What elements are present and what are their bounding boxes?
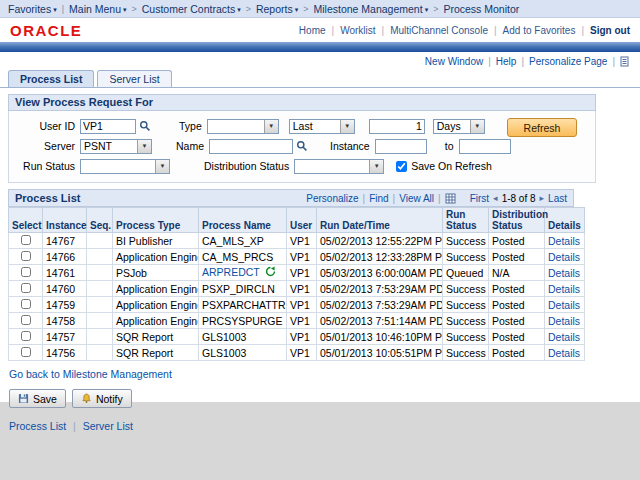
instance-to-input[interactable] [459, 139, 511, 154]
chevron-down-icon: ▾ [53, 6, 57, 13]
breadcrumb-milestone-management[interactable]: Milestone Management▾ [313, 3, 428, 15]
next-page-icon[interactable]: ▸ [540, 193, 545, 203]
find-link[interactable]: Find [369, 193, 388, 204]
filter-row-3: Run Status ▼ Distribution Status ▼ Save … [17, 156, 587, 176]
details-cell: Details [545, 313, 585, 329]
details-link[interactable]: Details [548, 347, 580, 359]
breadcrumb-separator: > [433, 4, 438, 14]
sign-out-link[interactable]: Sign out [590, 25, 630, 36]
instance-cell: 14761 [43, 265, 87, 281]
bottom-server-list-link[interactable]: Server List [83, 420, 133, 432]
tab-server-list[interactable]: Server List [97, 70, 171, 87]
instance-from-input[interactable] [375, 139, 427, 154]
details-link[interactable]: Details [548, 299, 580, 311]
name-lookup-icon[interactable] [296, 140, 308, 152]
select-cell [9, 249, 43, 265]
run-datetime-cell: 05/02/2013 7:51:14AM PDT [317, 313, 443, 329]
instance-cell: 14767 [43, 233, 87, 249]
details-link[interactable]: Details [548, 283, 580, 295]
details-link[interactable]: Details [548, 331, 580, 343]
action-buttons: Save Notify [9, 389, 640, 408]
details-cell: Details [545, 297, 585, 313]
dropdown-arrow-icon: ▼ [369, 160, 383, 173]
process-name-link[interactable]: ARPREDCT [202, 266, 260, 278]
copy-url-icon[interactable] [620, 56, 630, 67]
days-select[interactable]: Days ▼ [433, 119, 485, 134]
personalize-page-link[interactable]: Personalize Page [529, 56, 607, 67]
distribution-status-select[interactable]: ▼ [294, 159, 384, 174]
table-row: 14759Application EnginePSXPARCHATTRVP105… [9, 297, 585, 313]
go-back-link[interactable]: Go back to Milestone Management [9, 368, 172, 380]
run-datetime-cell: 05/02/2013 7:53:29AM PDT [317, 281, 443, 297]
details-link[interactable]: Details [548, 235, 580, 247]
save-disk-icon [18, 393, 29, 404]
notify-button[interactable]: Notify [72, 389, 132, 408]
details-link[interactable]: Details [548, 315, 580, 327]
bottom-process-list-link[interactable]: Process List [9, 420, 66, 432]
header-divider-bar [0, 42, 640, 52]
download-to-excel-icon[interactable] [445, 193, 456, 204]
breadcrumb-reports[interactable]: Reports▾ [256, 3, 298, 15]
user-id-input[interactable] [80, 119, 136, 134]
grid-toolbar: Personalize | Find | View All | First ◂ … [306, 193, 567, 204]
personalize-link[interactable]: Personalize [306, 193, 358, 204]
first-page-link[interactable]: First [470, 193, 489, 204]
go-back-row: Go back to Milestone Management [9, 368, 640, 380]
new-window-link[interactable]: New Window [425, 56, 483, 67]
row-select-checkbox[interactable] [21, 267, 31, 277]
row-select-checkbox[interactable] [21, 331, 31, 341]
days-count-input[interactable] [369, 119, 425, 134]
refresh-button[interactable]: Refresh [507, 118, 577, 137]
add-to-favorites-link[interactable]: Add to Favorites [503, 25, 576, 36]
view-all-link[interactable]: View All [399, 193, 434, 204]
row-select-checkbox[interactable] [21, 283, 31, 293]
row-select-checkbox[interactable] [21, 235, 31, 245]
row-select-checkbox[interactable] [21, 315, 31, 325]
home-link[interactable]: Home [299, 25, 326, 36]
process-type-cell: Application Engine [113, 249, 199, 265]
rerun-process-icon[interactable] [265, 266, 276, 279]
row-select-checkbox[interactable] [21, 251, 31, 261]
help-link[interactable]: Help [496, 56, 517, 67]
last-select[interactable]: Last ▼ [289, 119, 355, 134]
run-status-cell: Success [443, 249, 489, 265]
save-button[interactable]: Save [9, 389, 66, 408]
server-select[interactable]: PSNT ▼ [80, 139, 152, 154]
process-type-cell: BI Publisher [113, 233, 199, 249]
user-id-label: User ID [17, 120, 75, 132]
user-id-lookup-icon[interactable] [139, 120, 151, 132]
type-select[interactable]: ▼ [207, 119, 279, 134]
process-type-cell: SQR Report [113, 345, 199, 361]
details-link[interactable]: Details [548, 251, 580, 263]
distribution-status-cell: Posted [489, 345, 545, 361]
previous-page-icon[interactable]: ◂ [493, 193, 498, 203]
details-link[interactable]: Details [548, 267, 580, 279]
breadcrumb-separator: > [246, 4, 251, 14]
worklist-link[interactable]: Worklist [340, 25, 375, 36]
instance-cell: 14757 [43, 329, 87, 345]
process-type-cell: SQR Report [113, 329, 199, 345]
last-page-link[interactable]: Last [548, 193, 567, 204]
row-select-checkbox[interactable] [21, 347, 31, 357]
page-utility-links: New Window | Help | Personalize Page | [0, 52, 640, 67]
save-on-refresh-checkbox[interactable] [396, 161, 407, 172]
breadcrumb-customer-contracts[interactable]: Customer Contracts▾ [142, 3, 241, 15]
distribution-status-cell: Posted [489, 313, 545, 329]
table-row: 14761PSJobARPREDCTVP105/03/2013 6:00:00A… [9, 265, 585, 281]
grid-header-bar: Process List Personalize | Find | View A… [8, 189, 574, 207]
select-cell [9, 345, 43, 361]
row-select-checkbox[interactable] [21, 299, 31, 309]
separator: | [612, 56, 615, 67]
tab-process-list[interactable]: Process List [8, 70, 94, 87]
run-status-select[interactable]: ▼ [80, 159, 170, 174]
select-cell [9, 313, 43, 329]
select-cell [9, 297, 43, 313]
name-input[interactable] [209, 139, 293, 154]
process-name-cell: CA_MLS_XP [199, 233, 287, 249]
multichannel-console-link[interactable]: MultiChannel Console [390, 25, 488, 36]
breadcrumb-main-menu[interactable]: Main Menu▾ [69, 3, 126, 15]
select-cell [9, 281, 43, 297]
breadcrumb-favorites[interactable]: Favorites▾ [8, 3, 57, 15]
run-status-select-value [81, 160, 155, 173]
header-links: Home | Worklist | MultiChannel Console |… [299, 25, 630, 36]
